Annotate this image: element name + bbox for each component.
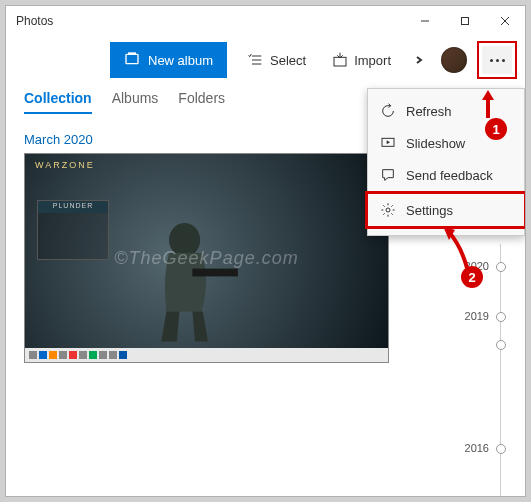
timeline-label-2016: 2016 [465, 442, 489, 454]
select-icon [248, 52, 264, 68]
gear-icon [380, 202, 396, 218]
svg-rect-1 [462, 18, 469, 25]
svg-rect-4 [126, 54, 138, 63]
svg-rect-5 [128, 52, 136, 54]
slideshow-icon [380, 135, 396, 151]
new-album-button[interactable]: New album [110, 42, 227, 78]
callout-1: 1 [485, 118, 507, 140]
arrow-1 [477, 90, 499, 120]
feedback-icon [380, 167, 396, 183]
svg-marker-14 [387, 140, 390, 144]
timeline-dot-2016[interactable] [496, 444, 506, 454]
menu-refresh-label: Refresh [406, 104, 452, 119]
timeline[interactable]: 2020 2019 2016 [481, 244, 511, 496]
select-label: Select [270, 53, 306, 68]
menu-feedback[interactable]: Send feedback [368, 159, 524, 191]
user-avatar[interactable] [441, 47, 467, 73]
arrow-2 [439, 224, 479, 270]
timeline-dot-2020[interactable] [496, 262, 506, 272]
thumb-taskbar [25, 348, 388, 362]
refresh-icon [380, 103, 396, 119]
svg-marker-16 [482, 90, 494, 100]
photo-thumbnail[interactable]: WARZONE PLUNDER ©TheGeekPage.com [24, 153, 389, 363]
menu-feedback-label: Send feedback [406, 168, 493, 183]
select-button[interactable]: Select [238, 42, 316, 78]
thumb-title: WARZONE [35, 160, 95, 170]
import-label: Import [354, 53, 391, 68]
watermark: ©TheGeekPage.com [114, 248, 298, 269]
timeline-dot-2019[interactable] [496, 312, 506, 322]
soldier-figure [130, 214, 260, 344]
more-menu: Refresh Slideshow Send feedback Settings [367, 88, 525, 236]
thumb-mode-label: PLUNDER [38, 202, 108, 209]
titlebar: Photos [6, 6, 525, 36]
timeline-dot-mid[interactable] [496, 340, 506, 350]
svg-rect-12 [192, 269, 238, 277]
window-controls [405, 6, 525, 36]
tab-albums[interactable]: Albums [112, 90, 159, 114]
toolbar: New album Select Import [6, 36, 525, 84]
photos-window: Photos New album Select Import Co [5, 5, 526, 497]
window-title: Photos [16, 14, 53, 28]
minimize-button[interactable] [405, 6, 445, 36]
new-album-label: New album [148, 53, 213, 68]
timeline-label-2019: 2019 [465, 310, 489, 322]
tab-collection[interactable]: Collection [24, 90, 92, 114]
callout-2: 2 [461, 266, 483, 288]
import-button[interactable]: Import [322, 42, 401, 78]
import-icon [332, 52, 348, 68]
callout-box-1 [477, 41, 517, 79]
close-button[interactable] [485, 6, 525, 36]
svg-point-15 [386, 208, 390, 212]
tab-folders[interactable]: Folders [178, 90, 225, 114]
timeline-line [500, 244, 501, 496]
thumb-mode-box: PLUNDER [37, 200, 109, 260]
menu-slideshow-label: Slideshow [406, 136, 465, 151]
menu-settings-label: Settings [406, 203, 453, 218]
more-button[interactable] [482, 46, 512, 74]
maximize-button[interactable] [445, 6, 485, 36]
ellipsis-icon [490, 59, 505, 62]
overflow-chevron[interactable] [407, 55, 431, 65]
album-icon [124, 51, 140, 70]
